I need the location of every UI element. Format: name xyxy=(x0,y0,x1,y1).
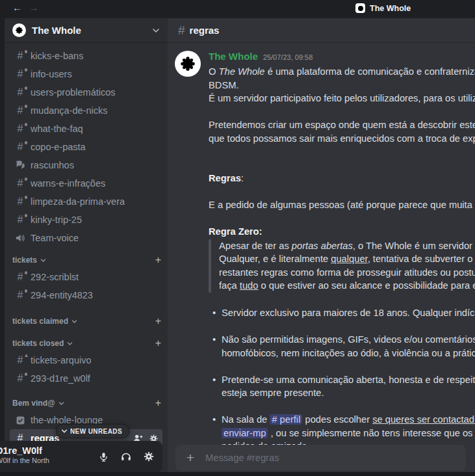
list-gap xyxy=(5,329,168,336)
blank-line xyxy=(209,185,475,199)
gear-icon[interactable] xyxy=(143,451,155,462)
blank-line xyxy=(209,145,475,159)
server-avatar-icon xyxy=(12,23,26,37)
channel-item-rascunhos[interactable]: rascunhos xyxy=(10,156,162,174)
splat-icon xyxy=(14,25,24,35)
hash-dot-icon: # xyxy=(14,105,27,116)
channel-item-kicks-e-bans[interactable]: #kicks-e-bans xyxy=(10,47,162,65)
hash-dot-icon: # xyxy=(14,51,27,61)
channel-sidebar: The Whole #kicks-e-bans#info-users#users… xyxy=(5,18,168,476)
paragraph: O The Whole é uma plataforma de comunica… xyxy=(209,65,475,105)
new-unreads-label: NEW UNREADS xyxy=(70,428,122,435)
message-composer[interactable]: + Message #regras xyxy=(175,445,466,471)
category-label: Bem vind@ xyxy=(12,399,55,408)
user-panel: D1re_W0lf W0lf in the North xyxy=(0,441,162,472)
channel-label: mudança-de-nicks xyxy=(31,105,107,116)
username: D1re_W0lf xyxy=(0,445,49,456)
channel-item-kinky-trip-25[interactable]: #kinky-trip-25 xyxy=(10,211,162,229)
chat-panel: # regras The Whole 25/07/23, 09:58 O The… xyxy=(168,18,475,476)
blockquote: Apesar de ter as portas abertas, o The W… xyxy=(209,239,475,293)
message-line: BDSM. xyxy=(209,79,475,92)
hash-dot-icon: # xyxy=(14,373,27,384)
server-name: The Whole xyxy=(32,25,146,36)
forward-arrow-icon[interactable]: → xyxy=(29,2,38,13)
window-titlebar: ← → The Whole xyxy=(0,0,475,18)
channel-item-294-entity4823[interactable]: #294-entity4823 xyxy=(10,286,162,304)
category-tickets-claimed[interactable]: tickets claimed + xyxy=(5,313,168,329)
message-line: Pretendemos criar um espaço onde quem es… xyxy=(209,118,475,132)
blank-line xyxy=(209,320,475,334)
paragraph: Regra Zero: xyxy=(209,225,475,239)
chevron-down-icon xyxy=(40,258,46,263)
list-gap xyxy=(5,304,168,313)
channel-item-what-the-faq[interactable]: #what-the-faq xyxy=(10,120,162,138)
create-channel-plus-icon[interactable]: + xyxy=(155,397,161,409)
new-unreads-pill[interactable]: NEW UNREADS xyxy=(56,424,129,438)
channel-label: copo-e-pasta xyxy=(31,142,86,152)
avatar[interactable] xyxy=(175,51,201,77)
headphones-icon[interactable] xyxy=(120,451,132,462)
channel-item-warns-e-infra-es[interactable]: #warns-e-infrações xyxy=(10,174,162,192)
category-bem-vind-[interactable]: Bem vind@ + xyxy=(5,395,168,411)
channel-header-name: regras xyxy=(190,25,220,36)
channel-label: Team-voice xyxy=(31,233,79,243)
channel-list: #kicks-e-bans#info-users#users-problemát… xyxy=(5,43,168,447)
channel-item-tickets-arquivo[interactable]: #tickets-arquivo xyxy=(10,351,162,369)
paragraph: Regras: xyxy=(209,172,475,185)
channel-item-users-problem-ticos[interactable]: #users-problemáticos xyxy=(10,83,162,101)
message-line: Apesar de ter as portas abertas, o The W… xyxy=(219,239,475,253)
mention-chip[interactable]: # perfil xyxy=(270,414,302,425)
message-line: que todos possamos sair mais enriquecido… xyxy=(209,132,475,146)
channel-item-293-d1re-w0lf[interactable]: #293-d1re_w0lf xyxy=(10,369,162,388)
list-gap xyxy=(5,247,168,252)
hash-dot-icon: # xyxy=(14,69,27,79)
back-arrow-icon[interactable]: ← xyxy=(12,2,22,13)
category-label: tickets closed xyxy=(12,339,64,348)
blank-line xyxy=(209,159,475,172)
blank-line xyxy=(209,400,475,414)
server-header-dropdown[interactable]: The Whole xyxy=(5,18,168,43)
bullet-item: •Pretende-se uma comunicação aberta, hon… xyxy=(209,373,475,400)
window-bottom-edge xyxy=(0,472,475,476)
blank-line xyxy=(209,293,475,307)
server-rail-sliver xyxy=(0,18,5,476)
hash-lock-icon: # xyxy=(14,355,27,365)
category-tickets-closed[interactable]: tickets closed + xyxy=(5,336,168,351)
mention-chip[interactable]: enviar-mp xyxy=(222,428,268,438)
hash-dot-icon: # xyxy=(14,124,27,134)
blank-line xyxy=(209,105,475,119)
category-tickets[interactable]: tickets + xyxy=(5,252,168,268)
channel-item-292-scriblst[interactable]: #292-scriblst xyxy=(10,268,162,286)
paragraph: E a pedido de algumas pessoas (até porqu… xyxy=(209,198,475,212)
create-channel-plus-icon[interactable]: + xyxy=(155,337,161,349)
create-channel-plus-icon[interactable]: + xyxy=(155,254,161,266)
channel-item-limpeza-da-prima-vera[interactable]: #limpeza-da-prima-vera xyxy=(10,192,162,211)
message-line: enviar-mp , ou se simplesmente não tens … xyxy=(222,427,475,440)
hash-dot-icon: # xyxy=(14,215,27,225)
channel-item-copo-e-pasta[interactable]: #copo-e-pasta xyxy=(10,138,162,156)
channel-item-info-users[interactable]: #info-users xyxy=(10,65,162,83)
attach-plus-icon[interactable]: + xyxy=(175,450,205,466)
create-channel-plus-icon[interactable]: + xyxy=(155,315,161,327)
user-status: W0lf in the North xyxy=(0,456,49,465)
channel-item-mudan-a-de-nicks[interactable]: #mudança-de-nicks xyxy=(10,101,162,120)
message-line: homofóbicos, nem incitações ao ódio, à v… xyxy=(222,347,475,360)
microphone-icon[interactable] xyxy=(98,451,109,462)
chevron-down-icon xyxy=(67,341,73,347)
category-label: tickets xyxy=(12,256,37,265)
message-input[interactable]: Message #regras xyxy=(205,453,466,463)
channel-item-team-voice[interactable]: Team-voice xyxy=(10,229,162,247)
chevron-down-icon xyxy=(71,319,77,324)
splat-icon xyxy=(178,54,198,73)
message-author[interactable]: The Whole xyxy=(209,51,258,62)
hash-dot-icon: # xyxy=(14,178,27,189)
hash-dot-icon: # xyxy=(14,272,27,282)
channel-label: info-users xyxy=(31,69,72,79)
message-line: faça tudo o que estiver ao seu alcance e… xyxy=(219,279,475,293)
user-identity[interactable]: D1re_W0lf W0lf in the North xyxy=(0,445,49,465)
message-timestamp: 25/07/23, 09:58 xyxy=(263,53,313,61)
message-line: É um servidor participativo feito pelos … xyxy=(209,92,475,105)
channel-label: kicks-e-bans xyxy=(31,51,83,61)
window-title: The Whole xyxy=(370,4,411,13)
forum-icon xyxy=(14,160,27,170)
